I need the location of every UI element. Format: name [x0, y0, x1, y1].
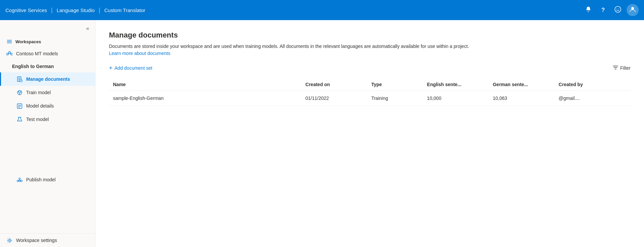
col-header-created-by: Created by [554, 78, 631, 91]
feedback-button[interactable] [612, 4, 624, 16]
svg-rect-7 [7, 53, 8, 55]
description-text: Documents are stored inside your workspa… [109, 44, 469, 49]
test-model-label: Test model [26, 117, 89, 122]
col-header-english-sentences: English sente... [423, 78, 489, 91]
sidebar-item-workspaces[interactable]: Workspaces [0, 34, 95, 47]
workspaces-label: Workspaces [15, 39, 41, 44]
main-content: Manage documents Documents are stored in… [96, 20, 644, 247]
model-details-icon [16, 103, 23, 109]
train-model-label: Train model [26, 90, 89, 95]
add-document-set-button[interactable]: + Add document set [109, 64, 152, 72]
svg-line-26 [20, 92, 21, 94]
svg-point-39 [9, 240, 10, 241]
workspace-settings-label: Workspace settings [16, 238, 89, 243]
manage-documents-icon [16, 76, 23, 82]
test-model-icon [16, 116, 23, 123]
sidebar-item-publish-model[interactable]: Publish model [0, 173, 95, 186]
filter-label: Filter [620, 65, 631, 71]
publish-model-label: Publish model [26, 177, 89, 182]
manage-documents-label: Manage documents [26, 76, 89, 82]
brand-cognitive-services[interactable]: Cognitive Services [5, 7, 47, 13]
help-button[interactable]: ? [597, 4, 609, 16]
sidebar: « Workspaces [0, 20, 96, 247]
train-model-icon [16, 89, 23, 96]
smiley-icon [614, 6, 621, 14]
sidebar-item-test-model[interactable]: Test model [0, 113, 95, 126]
nav-separator-1: | [51, 7, 53, 14]
svg-point-0 [615, 6, 621, 12]
documents-toolbar: + Add document set Filter [109, 64, 631, 72]
col-header-name: Name [109, 78, 301, 91]
learn-more-link[interactable]: Learn more about documents [109, 51, 170, 56]
top-nav-right: ? [582, 4, 639, 16]
collapse-sidebar-button[interactable]: « [85, 24, 91, 33]
col-header-created-on: Created on [301, 78, 367, 91]
svg-point-1 [617, 8, 617, 9]
cell-created-on: 01/11/2022 [301, 91, 367, 106]
brand-custom-translator[interactable]: Custom Translator [104, 7, 145, 13]
workspaces-icon [6, 38, 13, 45]
col-header-type: Type [367, 78, 423, 91]
help-icon: ? [601, 7, 605, 13]
table-header-row: Name Created on Type English sente... Ge… [109, 78, 631, 91]
add-document-set-label: Add document set [115, 65, 153, 71]
svg-rect-33 [19, 180, 20, 182]
sidebar-item-contoso-models[interactable]: Contoso MT models [0, 47, 95, 60]
publish-model-icon [16, 176, 23, 183]
cell-created-by: @gmail.... [554, 91, 631, 106]
sidebar-item-english-german[interactable]: English to German [0, 60, 95, 72]
contoso-models-label: Contoso MT models [16, 51, 89, 56]
svg-point-2 [619, 8, 619, 9]
sidebar-item-model-details[interactable]: Model details [0, 99, 95, 113]
workspace-settings-icon [6, 237, 13, 244]
cell-type: Training [367, 91, 423, 106]
svg-rect-32 [17, 180, 18, 182]
svg-line-25 [18, 92, 19, 94]
collapse-icon: « [86, 25, 89, 31]
svg-rect-35 [19, 178, 20, 179]
col-header-german-sentences: German sente... [489, 78, 554, 91]
app-layout: « Workspaces [0, 20, 644, 247]
cell-english-sentences: 10,000 [423, 91, 489, 106]
sidebar-item-manage-documents[interactable]: Manage documents [0, 72, 95, 86]
notification-button[interactable] [582, 4, 594, 16]
sidebar-item-train-model[interactable]: Train model [0, 86, 95, 99]
page-title: Manage documents [109, 31, 631, 40]
table-row[interactable]: sample-English-German 01/11/2022 Trainin… [109, 91, 631, 106]
bell-icon [585, 6, 591, 14]
cell-name: sample-English-German [109, 91, 301, 106]
filter-button[interactable]: Filter [613, 65, 631, 71]
page-description: Documents are stored inside your workspa… [109, 43, 478, 57]
svg-rect-34 [21, 180, 22, 182]
nav-separator-2: | [99, 7, 100, 14]
model-details-label: Model details [26, 103, 89, 109]
avatar-button[interactable] [627, 4, 639, 16]
avatar-icon [629, 6, 636, 14]
svg-rect-9 [11, 53, 12, 55]
models-icon [6, 50, 13, 57]
documents-table: Name Created on Type English sente... Ge… [109, 78, 631, 106]
cell-german-sentences: 10,063 [489, 91, 554, 106]
svg-point-3 [631, 7, 634, 10]
filter-icon [613, 65, 618, 71]
top-navigation: Cognitive Services | Language Studio | C… [0, 0, 644, 20]
sidebar-item-workspace-settings[interactable]: Workspace settings [0, 233, 95, 247]
add-icon: + [109, 65, 113, 71]
brand-language-studio[interactable]: Language Studio [57, 7, 95, 13]
english-german-label: English to German [12, 64, 89, 69]
